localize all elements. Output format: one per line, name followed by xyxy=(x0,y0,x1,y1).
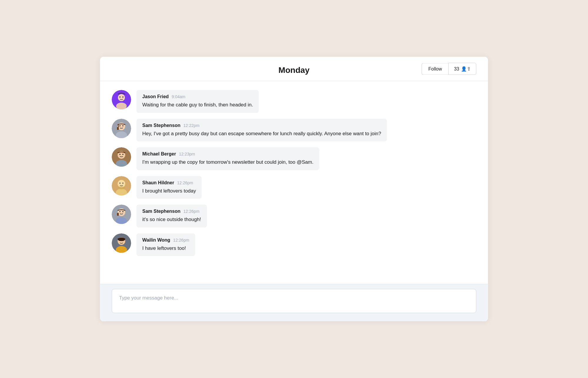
message-time: 12:26pm xyxy=(173,238,189,242)
message-header: Shaun Hildner12:26pm xyxy=(142,180,196,185)
avatar xyxy=(112,147,131,167)
message-header: Wailin Wong12:26pm xyxy=(142,237,189,243)
message-item: Sam Stephenson12:26pmit's so nice outsid… xyxy=(112,205,476,228)
followers-count: 33 xyxy=(454,66,459,71)
message-bubble: Sam Stephenson12:22pmHey, I've got a pre… xyxy=(136,119,387,142)
message-text: I have leftovers too! xyxy=(142,245,189,252)
message-item: Sam Stephenson12:22pmHey, I've got a pre… xyxy=(112,119,476,142)
svg-point-1 xyxy=(118,94,125,101)
svg-point-25 xyxy=(119,211,121,212)
message-text: it's so nice outside though! xyxy=(142,216,201,223)
message-time: 12:22pm xyxy=(183,123,199,128)
message-text: I brought leftovers today xyxy=(142,187,196,195)
message-bubble: Shaun Hildner12:26pmI brought leftovers … xyxy=(136,176,202,199)
message-bubble: Jason Fried9:04amWaiting for the cable g… xyxy=(136,90,259,113)
author-name: Wailin Wong xyxy=(142,237,170,243)
message-header: Jason Fried9:04am xyxy=(142,94,253,99)
messages-area: Jason Fried9:04amWaiting for the cable g… xyxy=(100,81,488,284)
svg-point-26 xyxy=(122,211,123,212)
message-header: Michael Berger12:23pm xyxy=(142,151,313,157)
avatar xyxy=(112,90,131,109)
message-item: Jason Fried9:04amWaiting for the cable g… xyxy=(112,90,476,113)
message-item: Michael Berger12:23pmI'm wrapping up the… xyxy=(112,147,476,170)
chat-header: Monday Follow 33 👤⇧ xyxy=(100,57,488,81)
message-text: Waiting for the cable guy to finish, the… xyxy=(142,101,253,109)
followers-button[interactable]: 33 👤⇧ xyxy=(448,63,476,75)
message-header: Sam Stephenson12:26pm xyxy=(142,209,201,214)
svg-rect-10 xyxy=(117,127,119,130)
compose-area xyxy=(100,284,488,321)
svg-point-4 xyxy=(122,96,123,98)
message-time: 9:04am xyxy=(172,94,186,99)
message-bubble: Michael Berger12:23pmI'm wrapping up the… xyxy=(136,147,319,170)
message-time: 12:26pm xyxy=(183,209,199,214)
message-bubble: Wailin Wong12:26pmI have leftovers too! xyxy=(136,233,195,256)
message-time: 12:26pm xyxy=(177,180,193,185)
person-icon: 👤⇧ xyxy=(461,66,471,72)
follow-button[interactable]: Follow xyxy=(422,63,448,75)
avatar xyxy=(112,119,131,138)
message-item: Wailin Wong12:26pmI have leftovers too! xyxy=(112,233,476,256)
message-input[interactable] xyxy=(112,289,476,313)
svg-point-21 xyxy=(118,186,124,190)
svg-point-15 xyxy=(122,154,123,155)
svg-point-14 xyxy=(119,154,121,155)
svg-point-8 xyxy=(119,125,121,126)
message-header: Sam Stephenson12:22pm xyxy=(142,123,381,128)
author-name: Jason Fried xyxy=(142,94,169,99)
header-actions: Follow 33 👤⇧ xyxy=(422,63,476,75)
avatar xyxy=(112,233,131,253)
avatar xyxy=(112,205,131,224)
message-text: I'm wrapping up the copy for tomorrow's … xyxy=(142,158,313,166)
avatar xyxy=(112,176,131,195)
svg-point-20 xyxy=(122,183,123,184)
svg-point-19 xyxy=(119,183,121,184)
chat-container: Monday Follow 33 👤⇧ Jason Fried9:04amWai… xyxy=(100,57,488,321)
author-name: Sam Stephenson xyxy=(142,123,181,128)
message-text: Hey, I've got a pretty busy day but can … xyxy=(142,130,381,138)
message-bubble: Sam Stephenson12:26pmit's so nice outsid… xyxy=(136,205,207,228)
author-name: Michael Berger xyxy=(142,151,176,157)
author-name: Shaun Hildner xyxy=(142,180,174,185)
svg-point-2 xyxy=(116,103,127,109)
svg-rect-27 xyxy=(117,213,119,216)
author-name: Sam Stephenson xyxy=(142,209,181,214)
svg-point-3 xyxy=(119,96,121,98)
message-time: 12:23pm xyxy=(179,152,195,156)
svg-point-9 xyxy=(122,125,123,126)
message-item: Shaun Hildner12:26pmI brought leftovers … xyxy=(112,176,476,199)
